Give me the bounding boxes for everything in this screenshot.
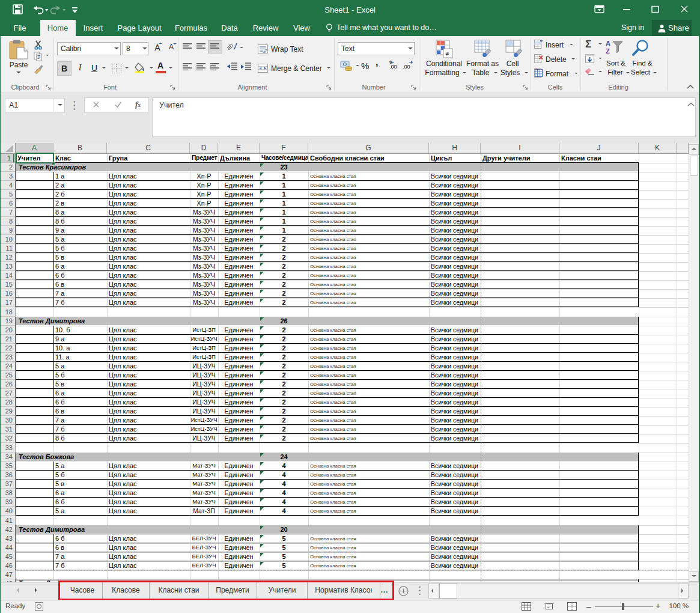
svg-text:.00: .00 (403, 64, 410, 70)
svg-text:A: A (606, 40, 610, 47)
svg-text:.00: .00 (389, 64, 397, 70)
svg-text:≠: ≠ (445, 50, 449, 57)
svg-text:Z: Z (606, 47, 610, 55)
svg-text:ab: ab (227, 41, 235, 51)
